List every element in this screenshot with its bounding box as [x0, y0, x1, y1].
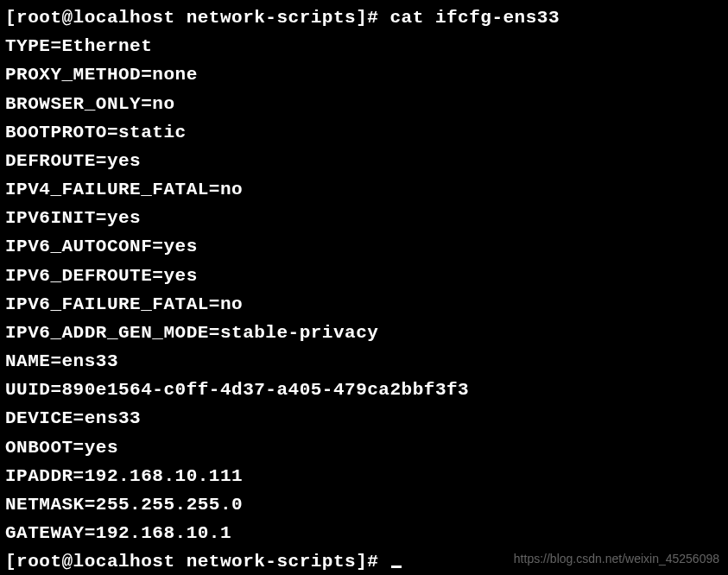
config-line: TYPE=Ethernet [5, 32, 723, 60]
config-line: IPV6_DEFROUTE=yes [5, 262, 723, 290]
config-line: DEFROUTE=yes [5, 147, 723, 175]
terminal-window[interactable]: [root@localhost network-scripts]# cat if… [5, 3, 723, 575]
config-line: UUID=890e1564-c0ff-4d37-a405-479ca2bbf3f… [5, 376, 723, 404]
config-line: IPADDR=192.168.10.111 [5, 462, 723, 490]
config-line: PROXY_METHOD=none [5, 60, 723, 89]
config-line: IPV6_AUTOCONF=yes [5, 232, 723, 261]
cursor-icon [391, 566, 402, 568]
config-line: NETMASK=255.255.255.0 [5, 490, 723, 519]
config-line: IPV4_FAILURE_FATAL=no [5, 175, 723, 204]
command-prompt-line: [root@localhost network-scripts]# cat if… [5, 3, 723, 32]
config-line: BROWSER_ONLY=no [5, 90, 723, 118]
config-line: BOOTPROTO=static [5, 118, 723, 147]
config-line: IPV6_ADDR_GEN_MODE=stable-privacy [5, 319, 723, 347]
config-line: GATEWAY=192.168.10.1 [5, 519, 723, 547]
config-line: DEVICE=ens33 [5, 404, 723, 433]
prompt-text: [root@localhost network-scripts]# [5, 552, 389, 572]
config-line: IPV6_FAILURE_FATAL=no [5, 290, 723, 319]
config-line: ONBOOT=yes [5, 433, 723, 462]
watermark-text: https://blog.csdn.net/weixin_45256098 [514, 549, 719, 568]
config-line: NAME=ens33 [5, 347, 723, 376]
config-line: IPV6INIT=yes [5, 204, 723, 232]
